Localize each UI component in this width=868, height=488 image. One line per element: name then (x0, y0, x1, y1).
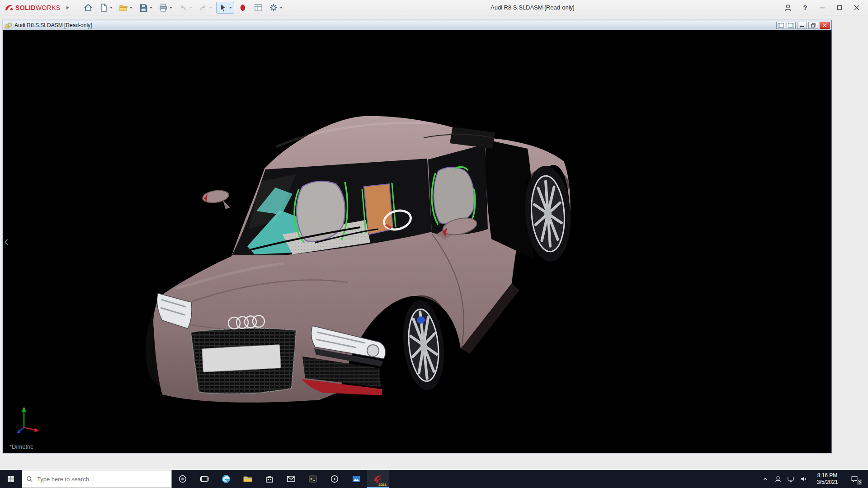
redo-icon (198, 3, 208, 13)
action-center-button[interactable]: 3 (845, 470, 863, 488)
taskbar-app-mail[interactable] (280, 470, 302, 488)
new-document-icon (99, 3, 108, 13)
open-document-button[interactable] (117, 2, 135, 14)
home-icon (83, 3, 93, 13)
close-icon (854, 5, 859, 10)
print-icon (158, 3, 168, 13)
contact-icon (774, 475, 782, 483)
assembly-document-icon (5, 22, 12, 29)
taskbar-task-view[interactable] (193, 470, 215, 488)
drawing-sheet-button[interactable] (251, 2, 265, 14)
close-button[interactable] (849, 1, 864, 14)
taskbar-app-edge[interactable] (215, 470, 237, 488)
document-window: Audi R8 S.SLDASM [Read-only] (3, 20, 832, 453)
windows-logo-icon (6, 474, 15, 483)
3d-model-audi-r8[interactable] (3, 30, 831, 453)
dropdown-caret-icon (209, 6, 212, 9)
red-status-icon (238, 3, 248, 13)
hexagon-app-icon (329, 474, 340, 484)
new-document-button[interactable] (97, 2, 115, 14)
passenger-seat (432, 167, 475, 225)
side-mirror-left[interactable] (202, 189, 230, 209)
account-button[interactable] (780, 1, 796, 14)
help-button[interactable]: ? (797, 1, 813, 14)
start-button[interactable] (0, 470, 22, 488)
featuremanager-collapsed-tab[interactable] (3, 235, 9, 250)
document-titlebar[interactable]: Audi R8 S.SLDASM [Read-only] (3, 20, 831, 30)
restore-icon (811, 23, 816, 28)
document-restore-button[interactable] (808, 22, 818, 29)
brand-name: SOLIDWORKS (15, 4, 61, 11)
pane-layout-left-button[interactable] (776, 22, 785, 29)
open-folder-icon (118, 3, 128, 13)
document-title: Audi R8 S.SLDASM [Read-only] (14, 22, 776, 28)
dropdown-caret-icon (129, 6, 133, 9)
hidden-icons-button[interactable] (760, 470, 771, 488)
photos-icon (351, 474, 362, 484)
maximize-button[interactable] (832, 1, 847, 14)
select-cursor-icon (218, 3, 228, 13)
undo-icon (178, 3, 188, 13)
contact-tray-button[interactable] (772, 470, 784, 488)
clock-date: 3/5/2021 (811, 479, 844, 486)
search-input[interactable] (37, 476, 168, 483)
print-button[interactable] (156, 2, 175, 14)
clock-time: 8:16 PM (811, 472, 844, 479)
minimize-icon (820, 5, 825, 10)
save-button[interactable] (137, 2, 155, 14)
taskbar-spacer (389, 470, 760, 488)
redo-button[interactable] (196, 2, 214, 14)
dropdown-caret-icon (279, 6, 283, 9)
document-minimize-button[interactable] (797, 22, 807, 29)
maximize-icon (837, 5, 842, 10)
options-button[interactable] (267, 2, 285, 14)
dropdown-caret-icon (169, 6, 173, 9)
taskbar-app-file-explorer[interactable] (237, 470, 259, 488)
dropdown-caret-icon (109, 6, 113, 9)
gear-icon (269, 3, 278, 13)
dropdown-caret-icon (229, 6, 232, 9)
home-button[interactable] (81, 2, 95, 14)
titlebar-controls: ? (780, 1, 868, 14)
document-close-button[interactable] (820, 22, 830, 29)
close-icon (822, 23, 827, 28)
network-icon (787, 475, 795, 483)
taskbar-app-hexagon[interactable] (324, 470, 345, 488)
y-axis-arrow (22, 407, 26, 412)
taskbar-app-photos[interactable] (345, 470, 367, 488)
pane-layout-right-button[interactable] (787, 22, 796, 29)
network-tray-button[interactable] (785, 470, 797, 488)
chevron-right-icon (66, 5, 70, 10)
file-explorer-icon (242, 474, 253, 484)
taskbar-app-solidworks[interactable]: 2021 (367, 470, 389, 488)
orientation-triad[interactable] (13, 404, 42, 434)
volume-icon (799, 475, 807, 483)
split-pane-left-icon (778, 23, 784, 28)
taskbar-app-store[interactable] (259, 470, 280, 488)
undo-button[interactable] (176, 2, 194, 14)
drawing-sheet-icon (253, 3, 263, 13)
mail-icon (286, 474, 297, 484)
select-tool-button[interactable] (216, 2, 234, 14)
menu-expand-arrow[interactable] (66, 5, 70, 10)
license-plate[interactable] (202, 345, 281, 372)
minimize-button[interactable] (815, 1, 830, 14)
quick-access-toolbar (81, 2, 285, 14)
split-pane-right-icon (788, 23, 794, 28)
chevron-up-icon (762, 476, 769, 482)
taskbar-clock[interactable]: 8:16 PM 3/5/2021 (810, 472, 844, 486)
edge-browser-icon (221, 474, 231, 484)
red-status-button[interactable] (236, 2, 250, 14)
window-title: Audi R8 S.SLDASM [Read-only] (285, 4, 780, 11)
main-titlebar: SOLIDWORKS (0, 0, 868, 15)
viewport[interactable]: *Dimetric (3, 30, 831, 453)
document-window-controls (776, 22, 830, 29)
taskbar-search[interactable] (22, 470, 172, 488)
dropdown-caret-icon (189, 6, 193, 9)
taskbar-app-terminal[interactable] (302, 470, 324, 488)
taskbar-app-cortana[interactable] (172, 470, 193, 488)
x-axis-arrow (34, 428, 39, 432)
user-icon (783, 3, 793, 12)
cortana-icon (178, 474, 188, 484)
volume-tray-button[interactable] (797, 470, 809, 488)
